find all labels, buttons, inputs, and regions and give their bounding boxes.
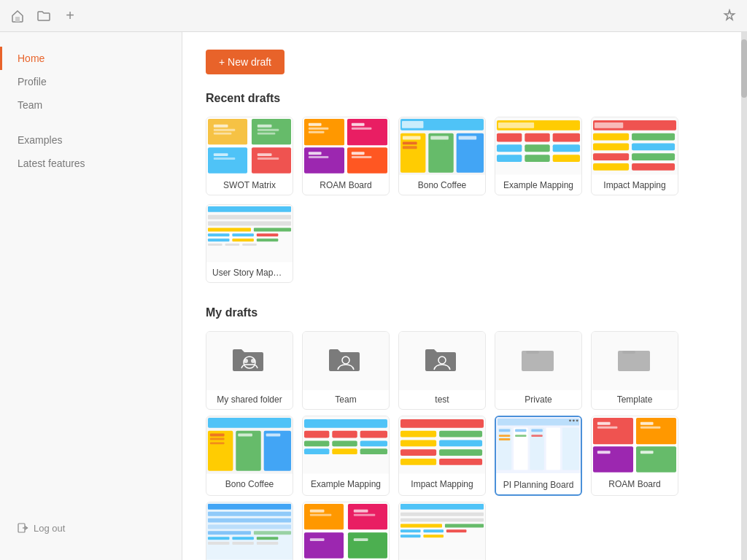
svg-rect-13 bbox=[258, 133, 276, 135]
swot-label: SWOT Matrix bbox=[206, 176, 293, 195]
sidebar-item-examples[interactable]: Examples bbox=[0, 128, 182, 152]
recent-draft-bono[interactable]: Bono Coffee bbox=[398, 117, 486, 195]
svg-rect-180 bbox=[423, 529, 444, 532]
new-draft-button[interactable]: + New draft bbox=[206, 50, 285, 74]
svg-rect-42 bbox=[430, 141, 445, 144]
svg-rect-174 bbox=[400, 504, 484, 510]
draft-bono[interactable]: Bono Coffee bbox=[206, 416, 293, 496]
svg-rect-94 bbox=[264, 431, 291, 471]
folder-test[interactable]: test bbox=[398, 331, 486, 410]
svg-rect-64 bbox=[632, 153, 675, 160]
svg-rect-148 bbox=[640, 451, 654, 454]
svg-rect-156 bbox=[208, 537, 229, 540]
svg-rect-60 bbox=[593, 133, 629, 141]
svg-rect-120 bbox=[439, 459, 482, 465]
svg-rect-76 bbox=[257, 233, 278, 236]
svg-rect-118 bbox=[439, 449, 482, 456]
draft-roam-thumb bbox=[592, 416, 678, 474]
svg-rect-70 bbox=[208, 215, 291, 219]
draft-example[interactable]: Example Mapping bbox=[302, 416, 390, 496]
shared-folder-label: My shared folder bbox=[206, 390, 293, 409]
svg-rect-12 bbox=[258, 129, 279, 131]
draft-planning[interactable]: PI Planning Board bbox=[495, 416, 582, 496]
recent-draft-swot[interactable]: SWOT Matrix bbox=[206, 117, 293, 195]
svg-rect-127 bbox=[562, 427, 579, 470]
sidebar-item-home[interactable]: Home bbox=[0, 47, 182, 70]
svg-rect-75 bbox=[232, 233, 253, 236]
svg-rect-52 bbox=[497, 155, 522, 162]
svg-rect-115 bbox=[400, 440, 436, 446]
svg-rect-154 bbox=[208, 531, 251, 534]
sidebar-item-latest-features[interactable]: Latest features bbox=[0, 152, 182, 175]
svg-rect-151 bbox=[208, 512, 291, 516]
svg-rect-50 bbox=[553, 133, 580, 142]
recent-draft-impact[interactable]: Impact Mapping bbox=[591, 117, 678, 195]
svg-rect-158 bbox=[257, 537, 278, 540]
template-folder-icon bbox=[616, 345, 653, 377]
svg-rect-48 bbox=[497, 133, 522, 142]
svg-rect-177 bbox=[400, 524, 442, 527]
svg-rect-65 bbox=[593, 153, 629, 160]
logout-button[interactable]: Log out bbox=[0, 510, 182, 545]
draft-blueprint[interactable]: Service Blueprint bbox=[206, 502, 293, 560]
svg-rect-40 bbox=[403, 146, 417, 149]
svg-point-135 bbox=[573, 419, 575, 421]
folder-shared[interactable]: My shared folder bbox=[206, 331, 293, 410]
draft-impact[interactable]: Impact Mapping bbox=[398, 416, 486, 496]
draft-example-thumb bbox=[303, 416, 389, 474]
svg-rect-59 bbox=[595, 122, 623, 128]
private-folder-icon bbox=[520, 345, 557, 377]
sidebar-item-team[interactable]: Team bbox=[0, 93, 182, 117]
svg-rect-122 bbox=[498, 419, 579, 426]
svg-rect-78 bbox=[232, 238, 253, 241]
scrollbar[interactable] bbox=[741, 32, 747, 560]
svg-point-84 bbox=[244, 359, 248, 363]
svg-rect-28 bbox=[309, 152, 322, 155]
recent-draft-userstory[interactable]: User Story Mapping bbox=[206, 204, 293, 283]
svg-rect-140 bbox=[636, 418, 676, 444]
my-drafts-title: My drafts bbox=[206, 306, 718, 319]
svg-rect-21 bbox=[304, 147, 344, 173]
svg-rect-25 bbox=[309, 131, 325, 133]
svg-rect-170 bbox=[354, 514, 375, 516]
logout-label: Log out bbox=[34, 523, 65, 534]
draft-roam[interactable]: ROAM Board bbox=[591, 416, 678, 496]
draft-roam-label: ROAM Board bbox=[592, 475, 678, 494]
home-icon[interactable] bbox=[9, 7, 26, 25]
svg-rect-16 bbox=[258, 153, 272, 156]
draft-bono-thumb bbox=[206, 416, 293, 474]
svg-rect-67 bbox=[632, 163, 675, 171]
svg-rect-31 bbox=[352, 156, 372, 158]
team-folder-icon bbox=[328, 345, 364, 377]
svg-rect-171 bbox=[310, 538, 325, 541]
folder-icon[interactable] bbox=[35, 7, 53, 25]
svg-rect-128 bbox=[499, 429, 510, 432]
draft-planning-label: PI Planning Board bbox=[496, 475, 581, 494]
svg-rect-103 bbox=[332, 431, 357, 438]
svg-rect-63 bbox=[632, 143, 675, 150]
folder-team[interactable]: Team bbox=[302, 331, 390, 410]
plus-icon[interactable]: + bbox=[61, 7, 79, 25]
draft-swot2[interactable]: SWOT Matrix bbox=[302, 502, 390, 560]
svg-rect-153 bbox=[208, 524, 291, 529]
svg-rect-41 bbox=[430, 136, 449, 140]
userstory-thumb bbox=[206, 205, 293, 262]
folder-template[interactable]: Template bbox=[591, 331, 678, 410]
svg-rect-132 bbox=[499, 438, 510, 440]
svg-rect-0 bbox=[15, 17, 20, 22]
svg-rect-44 bbox=[459, 141, 473, 144]
svg-rect-74 bbox=[208, 233, 229, 236]
svg-rect-6 bbox=[208, 147, 247, 173]
recent-draft-roam[interactable]: ROAM Board bbox=[302, 117, 390, 195]
svg-rect-8 bbox=[214, 125, 228, 128]
scrollbar-handle[interactable] bbox=[741, 39, 747, 98]
svg-rect-150 bbox=[208, 504, 291, 510]
draft-userstory2[interactable]: User Story Mapping bbox=[398, 502, 486, 560]
svg-rect-80 bbox=[208, 244, 222, 246]
folder-private[interactable]: Private bbox=[495, 331, 582, 410]
svg-rect-147 bbox=[597, 451, 611, 454]
sidebar-item-profile[interactable]: Profile bbox=[0, 70, 182, 93]
recent-draft-example[interactable]: Example Mapping bbox=[495, 117, 582, 195]
logout-icon bbox=[18, 522, 29, 534]
pin-icon[interactable] bbox=[721, 7, 738, 25]
